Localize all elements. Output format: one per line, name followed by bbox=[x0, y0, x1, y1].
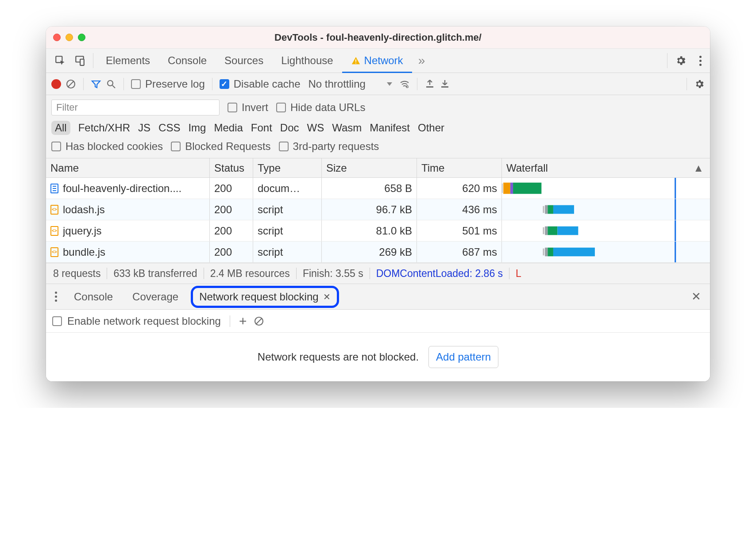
add-pattern-button[interactable]: Add pattern bbox=[428, 346, 498, 368]
remove-all-patterns-icon[interactable] bbox=[254, 316, 264, 326]
svg-rect-23 bbox=[543, 227, 544, 234]
invert-checkbox[interactable]: Invert bbox=[228, 101, 268, 114]
svg-rect-25 bbox=[548, 227, 557, 235]
filter-toolbar: Filter Invert Hide data URLs All Fetch/X… bbox=[46, 95, 710, 158]
col-waterfall[interactable]: Waterfall▲ bbox=[502, 158, 710, 177]
col-size[interactable]: Size bbox=[322, 158, 417, 177]
cell-waterfall bbox=[502, 220, 710, 241]
cell-time: 436 ms bbox=[417, 199, 502, 220]
status-resources: 2.4 MB resources bbox=[210, 268, 290, 280]
more-tabs-icon[interactable]: » bbox=[412, 49, 432, 73]
svg-rect-26 bbox=[557, 227, 578, 235]
tab-console[interactable]: Console bbox=[159, 49, 216, 73]
search-icon[interactable] bbox=[106, 79, 116, 89]
device-toolbar-icon[interactable] bbox=[70, 49, 89, 73]
col-status[interactable]: Status bbox=[210, 158, 253, 177]
record-button[interactable] bbox=[51, 79, 61, 89]
tab-elements[interactable]: Elements bbox=[97, 49, 159, 73]
throttling-value: No throttling bbox=[308, 78, 365, 90]
table-row[interactable]: bundle.js200script269 kB687 ms bbox=[46, 242, 710, 263]
tab-label: Lighthouse bbox=[281, 54, 333, 67]
window-minimize-button[interactable] bbox=[66, 34, 73, 41]
has-blocked-cookies-checkbox[interactable]: Has blocked cookies bbox=[51, 140, 163, 153]
svg-rect-4 bbox=[355, 63, 356, 64]
filter-cat-font[interactable]: Font bbox=[251, 122, 272, 134]
drawer-tab-network-request-blocking[interactable]: Network request blocking ✕ bbox=[191, 286, 339, 308]
preserve-log-checkbox[interactable]: Preserve log bbox=[131, 78, 205, 90]
drawer-tab-coverage[interactable]: Coverage bbox=[125, 288, 185, 306]
titlebar: DevTools - foul-heavenly-direction.glitc… bbox=[46, 27, 710, 49]
enable-blocking-checkbox[interactable]: Enable network request blocking bbox=[52, 315, 221, 327]
file-name: jquery.js bbox=[63, 225, 102, 237]
table-row[interactable]: jquery.js200script81.0 kB501 ms bbox=[46, 220, 710, 242]
window-zoom-button[interactable] bbox=[78, 34, 85, 41]
table-row[interactable]: lodash.js200script96.7 kB436 ms bbox=[46, 199, 710, 220]
third-party-checkbox[interactable]: 3rd-party requests bbox=[279, 140, 379, 153]
filter-cat-wasm[interactable]: Wasm bbox=[332, 122, 362, 134]
has-blocked-cookies-label: Has blocked cookies bbox=[66, 140, 163, 153]
filter-input[interactable]: Filter bbox=[51, 100, 220, 115]
filter-cat-manifest[interactable]: Manifest bbox=[370, 122, 410, 134]
add-pattern-icon[interactable]: + bbox=[239, 315, 247, 328]
hide-data-urls-checkbox[interactable]: Hide data URLs bbox=[276, 101, 365, 114]
filter-cat-all[interactable]: All bbox=[51, 121, 70, 135]
hide-data-urls-label: Hide data URLs bbox=[290, 101, 365, 114]
devtools-window: DevTools - foul-heavenly-direction.glitc… bbox=[46, 27, 710, 381]
col-name[interactable]: Name bbox=[46, 158, 210, 177]
drawer-close-icon[interactable]: ✕ bbox=[687, 290, 706, 303]
checkbox-icon bbox=[279, 142, 289, 151]
kebab-menu-icon[interactable] bbox=[690, 49, 710, 73]
settings-icon[interactable] bbox=[671, 49, 690, 73]
throttling-select[interactable]: No throttling bbox=[308, 78, 392, 90]
request-blocking-body: Network requests are not blocked. Add pa… bbox=[46, 333, 710, 381]
cell-status: 200 bbox=[210, 220, 253, 241]
table-row[interactable]: foul-heavenly-direction....200docum…658 … bbox=[46, 178, 710, 199]
blocked-requests-checkbox[interactable]: Blocked Requests bbox=[171, 140, 270, 153]
close-icon[interactable]: ✕ bbox=[323, 292, 331, 302]
export-har-icon[interactable] bbox=[440, 79, 450, 89]
cell-type: script bbox=[253, 220, 322, 241]
svg-line-33 bbox=[256, 319, 262, 324]
filter-cat-media[interactable]: Media bbox=[214, 122, 243, 134]
filter-cat-other[interactable]: Other bbox=[418, 122, 444, 134]
tab-sources[interactable]: Sources bbox=[216, 49, 272, 73]
cell-name: lodash.js bbox=[46, 199, 210, 220]
filter-cat-js[interactable]: JS bbox=[138, 122, 150, 134]
tab-label: Console bbox=[168, 54, 207, 67]
filter-cat-ws[interactable]: WS bbox=[307, 122, 324, 134]
network-settings-icon[interactable] bbox=[694, 79, 705, 89]
cell-name: jquery.js bbox=[46, 220, 210, 241]
checkbox-icon bbox=[171, 142, 181, 151]
tab-network[interactable]: Network bbox=[342, 49, 412, 73]
drawer-tab-console[interactable]: Console bbox=[67, 288, 120, 306]
filter-cat-doc[interactable]: Doc bbox=[280, 122, 299, 134]
file-name: foul-heavenly-direction.... bbox=[63, 182, 181, 195]
cell-time: 687 ms bbox=[417, 242, 502, 262]
svg-rect-29 bbox=[545, 248, 548, 257]
filter-cat-fetch-xhr[interactable]: Fetch/XHR bbox=[78, 122, 130, 134]
filter-icon[interactable] bbox=[91, 79, 101, 89]
clear-icon[interactable] bbox=[66, 79, 76, 89]
drawer-menu-icon[interactable] bbox=[50, 292, 62, 302]
drawer-tabbar: Console Coverage Network request blockin… bbox=[46, 284, 710, 310]
tab-lighthouse[interactable]: Lighthouse bbox=[272, 49, 342, 73]
cell-size: 658 B bbox=[322, 178, 417, 199]
inspect-element-icon[interactable] bbox=[50, 49, 70, 73]
svg-rect-10 bbox=[426, 86, 433, 88]
disable-cache-checkbox[interactable]: Disable cache bbox=[220, 78, 301, 90]
filter-cat-img[interactable]: Img bbox=[188, 122, 206, 134]
cell-waterfall bbox=[502, 242, 710, 262]
filter-cat-css[interactable]: CSS bbox=[158, 122, 180, 134]
status-requests: 8 requests bbox=[53, 268, 100, 280]
sort-indicator-icon: ▲ bbox=[693, 162, 704, 174]
table-header: Name Status Type Size Time Waterfall▲ bbox=[46, 158, 710, 178]
drawer-tab-label: Network request blocking bbox=[199, 291, 318, 303]
separator bbox=[667, 53, 667, 68]
network-conditions-icon[interactable] bbox=[399, 79, 410, 89]
import-har-icon[interactable] bbox=[424, 79, 435, 89]
enable-blocking-label: Enable network request blocking bbox=[67, 315, 221, 327]
col-time[interactable]: Time bbox=[417, 158, 502, 177]
separator bbox=[93, 53, 93, 68]
window-close-button[interactable] bbox=[53, 34, 61, 41]
col-type[interactable]: Type bbox=[253, 158, 322, 177]
